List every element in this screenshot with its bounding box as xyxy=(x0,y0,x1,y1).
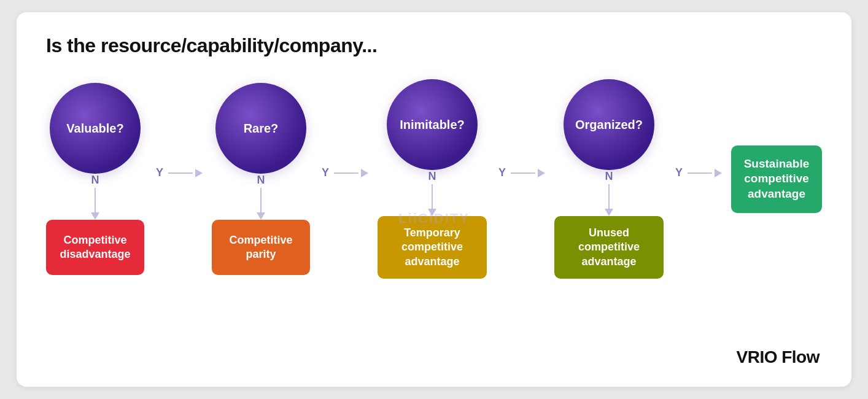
arrow-h-2: Y xyxy=(314,166,373,179)
arrow-h-3: Y xyxy=(491,166,550,179)
arrow-n-4: N xyxy=(605,170,613,183)
h-head-4 xyxy=(715,169,722,177)
vrio-label: VRIO Flow xyxy=(737,347,820,367)
v-head-4 xyxy=(605,209,613,216)
arrow-n-2: N xyxy=(257,174,265,187)
v-line-2 xyxy=(260,188,262,212)
h-line-4 xyxy=(688,172,712,174)
main-title: Is the resource/capability/company... xyxy=(46,34,822,57)
v-line-1 xyxy=(95,188,96,212)
h-arrow-4: Y xyxy=(664,166,731,192)
v-head-3 xyxy=(428,209,436,216)
h-head-2 xyxy=(361,169,368,177)
v-arrow-3: N xyxy=(428,170,436,216)
circle-organized: Organized? xyxy=(564,79,654,170)
outcome-temporary: Temporary competitive advantage xyxy=(378,216,487,279)
h-head-3 xyxy=(538,169,545,177)
outcome-unused: Unused competitive advantage xyxy=(554,216,664,279)
h-head-1 xyxy=(195,169,203,177)
node-organized: Organized? N Unused competitive advantag… xyxy=(554,79,664,279)
v-arrow-1: N xyxy=(91,174,99,220)
main-flow: Valuable? N Competitive disadvantage Y xyxy=(46,79,822,279)
outcome-sustainable: Sustainable competitive advantage xyxy=(731,145,822,213)
node-rare: Rare? N Competitive parity xyxy=(212,83,310,275)
v-line-3 xyxy=(432,184,433,209)
card: Is the resource/capability/company... Va… xyxy=(17,12,851,387)
arrow-n-1: N xyxy=(91,174,99,187)
h-arrow-1: Y xyxy=(144,166,212,192)
circle-rare: Rare? xyxy=(215,83,306,174)
v-head-1 xyxy=(91,212,99,220)
v-head-2 xyxy=(257,212,265,220)
h-arrow-2: Y xyxy=(310,166,378,192)
node-inimitable: Inimitable? N Temporary competitive adva… xyxy=(378,79,487,279)
h-line-2 xyxy=(334,172,358,174)
outcome-disadvantage: Competitive disadvantage xyxy=(46,220,144,275)
v-arrow-2: N xyxy=(257,174,265,220)
right-side: Sustainable competitive advantage xyxy=(731,145,822,213)
circle-inimitable: Inimitable? xyxy=(387,79,478,170)
circle-valuable: Valuable? xyxy=(50,83,141,174)
arrow-n-3: N xyxy=(428,170,436,183)
node-valuable: Valuable? N Competitive disadvantage xyxy=(46,83,144,275)
v-line-4 xyxy=(608,184,610,209)
h-arrow-3: Y xyxy=(487,166,554,192)
h-line-3 xyxy=(511,172,535,174)
arrow-h-4: Y xyxy=(668,166,727,179)
v-arrow-4: N xyxy=(605,170,613,216)
circles-row: Valuable? N Competitive disadvantage Y xyxy=(46,79,822,279)
arrow-h-1: Y xyxy=(149,166,207,179)
h-line-1 xyxy=(168,172,193,174)
outcome-parity: Competitive parity xyxy=(212,220,310,275)
